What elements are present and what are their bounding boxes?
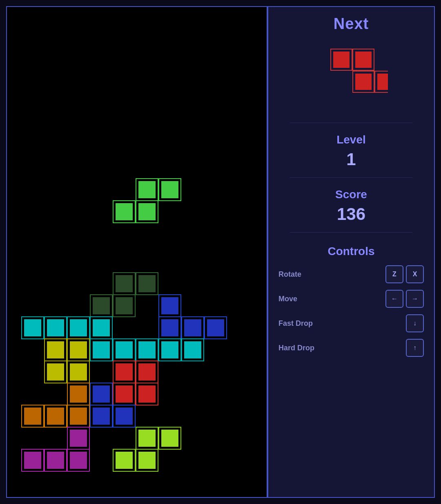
control-row-move: Move ← → <box>274 290 428 308</box>
svg-rect-7 <box>138 203 156 220</box>
svg-rect-37 <box>93 341 110 358</box>
key-group-move: ← → <box>385 290 424 308</box>
side-panel: Next Level 1 Score 136 <box>267 6 435 498</box>
svg-rect-53 <box>138 363 156 381</box>
controls-section: Controls Rotate Z X Move ← → Fast Drop ↓ <box>274 245 428 363</box>
svg-rect-91 <box>355 52 372 68</box>
svg-rect-81 <box>47 452 64 469</box>
svg-rect-11 <box>138 275 156 292</box>
control-name-rotate: Rotate <box>278 270 301 279</box>
score-label: Score <box>335 188 367 201</box>
svg-rect-95 <box>377 74 388 90</box>
svg-rect-33 <box>47 341 64 358</box>
svg-rect-69 <box>93 408 110 425</box>
divider-3 <box>290 232 413 233</box>
board-panel <box>6 6 267 498</box>
key-up[interactable]: ↑ <box>406 339 424 357</box>
divider-2 <box>290 177 413 178</box>
svg-rect-29 <box>184 319 201 336</box>
svg-rect-77 <box>161 430 178 447</box>
svg-rect-13 <box>93 297 110 314</box>
svg-rect-75 <box>138 430 156 447</box>
key-group-rotate: Z X <box>385 265 424 283</box>
controls-title: Controls <box>274 245 428 258</box>
svg-rect-85 <box>116 452 133 469</box>
svg-rect-93 <box>355 74 372 90</box>
svg-rect-1 <box>138 181 156 198</box>
svg-rect-25 <box>93 319 110 336</box>
svg-rect-79 <box>24 452 41 469</box>
key-left[interactable]: ← <box>385 290 403 308</box>
game-container: Next Level 1 Score 136 <box>0 0 441 504</box>
svg-rect-59 <box>116 385 133 403</box>
svg-rect-63 <box>24 408 41 425</box>
next-label: Next <box>334 15 369 33</box>
svg-rect-47 <box>47 363 64 381</box>
svg-rect-9 <box>116 275 133 292</box>
svg-rect-3 <box>161 181 178 198</box>
svg-rect-51 <box>116 363 133 381</box>
svg-rect-73 <box>70 430 87 447</box>
control-name-move: Move <box>278 295 297 303</box>
control-row-rotate: Rotate Z X <box>274 265 428 283</box>
key-x[interactable]: X <box>406 265 424 283</box>
svg-rect-87 <box>138 452 156 469</box>
svg-rect-15 <box>116 297 133 314</box>
svg-rect-31 <box>207 319 224 336</box>
svg-rect-55 <box>70 385 87 403</box>
svg-rect-67 <box>70 408 87 425</box>
key-down[interactable]: ↓ <box>406 314 424 332</box>
svg-rect-5 <box>116 203 133 220</box>
svg-rect-39 <box>116 341 133 358</box>
svg-rect-49 <box>70 363 87 381</box>
key-z[interactable]: Z <box>385 265 403 283</box>
control-name-fast-drop: Fast Drop <box>278 319 313 328</box>
svg-rect-89 <box>333 52 350 68</box>
svg-rect-43 <box>161 341 178 358</box>
svg-rect-61 <box>138 385 156 403</box>
svg-rect-71 <box>116 408 133 425</box>
level-label: Level <box>336 133 366 146</box>
svg-rect-19 <box>24 319 41 336</box>
key-group-hard-drop: ↑ <box>406 339 424 357</box>
control-name-hard-drop: Hard Drop <box>278 344 314 352</box>
divider-1 <box>290 123 413 123</box>
svg-rect-83 <box>70 452 87 469</box>
board-canvas <box>7 7 267 497</box>
svg-rect-41 <box>138 341 156 358</box>
svg-rect-65 <box>47 408 64 425</box>
level-value: 1 <box>346 150 356 169</box>
svg-rect-35 <box>70 341 87 358</box>
svg-rect-45 <box>184 341 201 358</box>
next-piece-preview <box>314 41 388 106</box>
svg-rect-17 <box>161 297 178 314</box>
svg-rect-27 <box>161 319 178 336</box>
control-row-fast-drop: Fast Drop ↓ <box>274 314 428 332</box>
svg-rect-21 <box>47 319 64 336</box>
control-row-hard-drop: Hard Drop ↑ <box>274 339 428 357</box>
svg-rect-23 <box>70 319 87 336</box>
svg-rect-57 <box>93 385 110 403</box>
key-right[interactable]: → <box>406 290 424 308</box>
score-value: 136 <box>337 204 365 224</box>
key-group-fast-drop: ↓ <box>406 314 424 332</box>
